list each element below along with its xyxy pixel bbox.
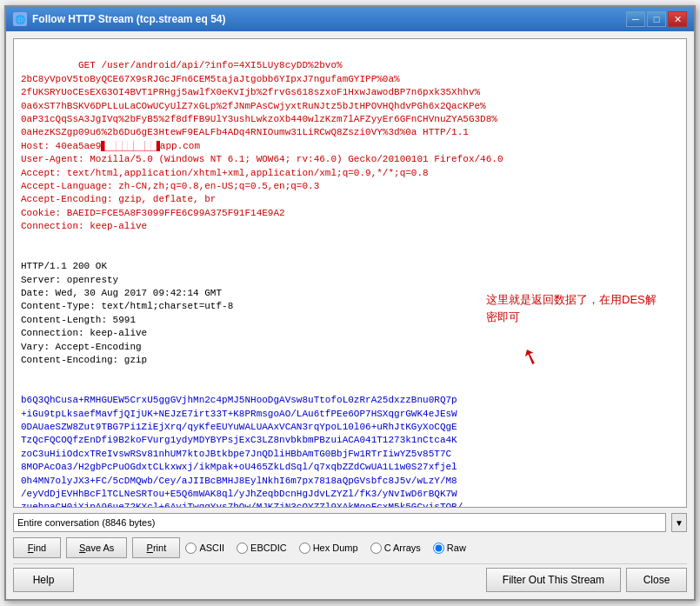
save-as-button[interactable]: Save As [66, 537, 127, 558]
main-window: 🌐 Follow HTTP Stream (tcp.stream eq 54) … [4, 5, 696, 601]
request-text: GET /user/android/api/?info=4XI5LUy8cyDD… [21, 60, 503, 231]
minimize-button[interactable]: ─ [626, 11, 645, 27]
filter-label: Filter Out This Stream [503, 574, 604, 586]
ebcdic-radio[interactable] [237, 543, 248, 554]
help-label: Help [33, 574, 55, 586]
button-radio-row: Find Save As Print ASCII EBCDIC [13, 537, 687, 558]
stream-request: GET /user/android/api/?info=4XI5LUy8cyDD… [21, 46, 679, 507]
body-text: b6Q3QhCusa+RMHGUEW5CrxU5ggGVjhMn2c4pMJ5N… [21, 395, 463, 507]
close-button[interactable]: Close [626, 568, 687, 592]
title-bar-left: 🌐 Follow HTTP Stream (tcp.stream eq 54) [13, 12, 226, 26]
stream-content-group: Stream Content GET /user/android/api/?in… [13, 38, 687, 508]
carrays-label: C Arrays [384, 543, 421, 553]
encoding-radio-group: ASCII EBCDIC Hex Dump C Arrays [185, 543, 687, 554]
window-close-button[interactable]: ✕ [668, 11, 687, 27]
radio-ascii[interactable]: ASCII [185, 543, 224, 554]
conversation-select[interactable]: Entire conversation (8846 bytes) [13, 513, 666, 532]
ascii-radio[interactable] [185, 543, 197, 554]
app-icon: 🌐 [13, 12, 27, 26]
print-button[interactable]: Print [132, 537, 180, 558]
maximize-button[interactable]: □ [647, 11, 666, 27]
stream-content-area[interactable]: GET /user/android/api/?info=4XI5LUy8cyDD… [14, 39, 686, 507]
filter-out-button[interactable]: Filter Out This Stream [486, 568, 621, 592]
bottom-controls: Entire conversation (8846 bytes) ▼ Find … [13, 513, 687, 558]
help-button[interactable]: Help [13, 568, 74, 592]
ascii-label: ASCII [199, 543, 224, 553]
response-text: HTTP/1.1 200 OK Server: openresty Date: … [21, 261, 233, 365]
radio-carrays[interactable]: C Arrays [370, 543, 421, 554]
footer-right: Filter Out This Stream Close [486, 568, 687, 592]
radio-ebcdic[interactable]: EBCDIC [237, 543, 287, 554]
ebcdic-label: EBCDIC [250, 543, 287, 553]
raw-label: Raw [447, 543, 466, 553]
carrays-radio[interactable] [370, 543, 382, 554]
footer-row: Help Filter Out This Stream Close [13, 563, 687, 592]
print-label: Print [147, 543, 167, 553]
title-bar: 🌐 Follow HTTP Stream (tcp.stream eq 54) … [6, 7, 694, 31]
dropdown-row: Entire conversation (8846 bytes) ▼ [13, 513, 687, 532]
title-controls: ─ □ ✕ [626, 11, 687, 27]
dropdown-arrow-button[interactable]: ▼ [671, 513, 687, 532]
radio-raw[interactable]: Raw [433, 543, 466, 554]
close-label: Close [643, 574, 670, 586]
hex-radio[interactable] [299, 543, 310, 554]
save-as-label: Save As [79, 543, 114, 553]
hex-label: Hex Dump [313, 543, 358, 553]
radio-hex[interactable]: Hex Dump [299, 543, 358, 554]
window-title: Follow HTTP Stream (tcp.stream eq 54) [32, 13, 226, 25]
window-body: Stream Content GET /user/android/api/?in… [6, 31, 694, 599]
find-button[interactable]: Find [13, 537, 61, 558]
find-label: Find [28, 543, 46, 553]
chevron-down-icon: ▼ [675, 518, 683, 528]
raw-radio[interactable] [433, 543, 444, 554]
